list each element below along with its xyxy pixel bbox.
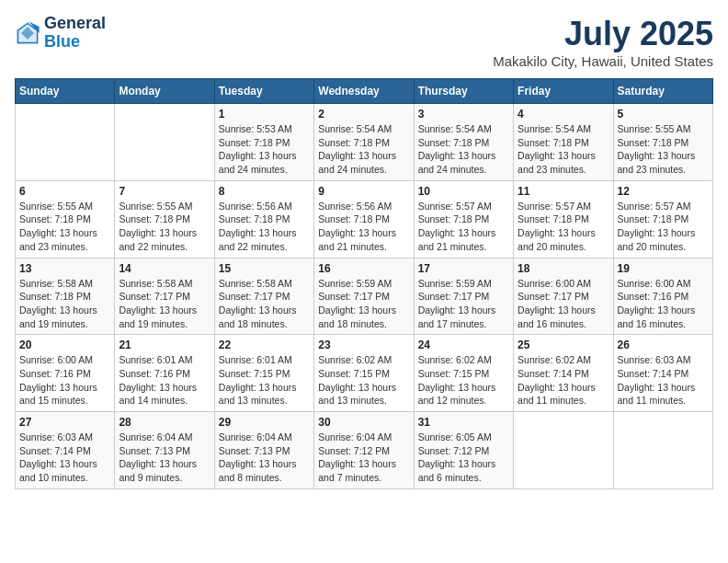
day-info: Sunrise: 6:03 AM Sunset: 7:14 PM Dayligh…	[19, 431, 110, 485]
week-row-2: 6Sunrise: 5:55 AM Sunset: 7:18 PM Daylig…	[16, 180, 713, 258]
day-info: Sunrise: 5:58 AM Sunset: 7:18 PM Dayligh…	[19, 277, 110, 331]
week-row-1: 1Sunrise: 5:53 AM Sunset: 7:18 PM Daylig…	[16, 104, 713, 181]
day-info: Sunrise: 5:53 AM Sunset: 7:18 PM Dayligh…	[219, 122, 310, 177]
day-number: 30	[318, 416, 409, 429]
day-number: 28	[119, 416, 210, 429]
day-number: 22	[219, 339, 310, 351]
day-info: Sunrise: 5:56 AM Sunset: 7:18 PM Dayligh…	[318, 200, 409, 254]
day-info: Sunrise: 5:58 AM Sunset: 7:17 PM Dayligh…	[219, 277, 310, 331]
day-info: Sunrise: 6:04 AM Sunset: 7:13 PM Dayligh…	[119, 431, 210, 485]
calendar-cell: 7Sunrise: 5:55 AM Sunset: 7:18 PM Daylig…	[115, 180, 214, 258]
day-number: 15	[219, 262, 310, 275]
calendar-cell: 12Sunrise: 5:57 AM Sunset: 7:18 PM Dayli…	[613, 180, 712, 258]
day-info: Sunrise: 5:57 AM Sunset: 7:18 PM Dayligh…	[618, 200, 709, 254]
day-info: Sunrise: 5:59 AM Sunset: 7:17 PM Dayligh…	[418, 277, 509, 331]
day-number: 6	[19, 185, 110, 198]
day-number: 5	[618, 108, 709, 121]
day-number: 3	[418, 108, 509, 121]
calendar-cell: 17Sunrise: 5:59 AM Sunset: 7:17 PM Dayli…	[414, 258, 513, 335]
weekday-header-friday: Friday	[514, 79, 613, 104]
calendar-cell: 30Sunrise: 6:04 AM Sunset: 7:12 PM Dayli…	[314, 412, 414, 489]
calendar-cell: 6Sunrise: 5:55 AM Sunset: 7:18 PM Daylig…	[16, 180, 115, 258]
weekday-header-sunday: Sunday	[16, 79, 115, 104]
calendar-cell	[514, 412, 613, 489]
day-number: 25	[518, 339, 609, 351]
day-number: 19	[618, 262, 709, 275]
day-number: 8	[219, 185, 310, 198]
calendar-cell: 18Sunrise: 6:00 AM Sunset: 7:17 PM Dayli…	[514, 258, 613, 335]
day-number: 26	[618, 339, 709, 351]
calendar-cell: 10Sunrise: 5:57 AM Sunset: 7:18 PM Dayli…	[414, 180, 513, 258]
day-info: Sunrise: 6:03 AM Sunset: 7:14 PM Dayligh…	[618, 353, 709, 408]
day-info: Sunrise: 5:55 AM Sunset: 7:18 PM Dayligh…	[119, 200, 210, 254]
day-info: Sunrise: 5:57 AM Sunset: 7:18 PM Dayligh…	[518, 200, 609, 254]
month-title: July 2025	[493, 15, 713, 53]
day-number: 31	[418, 416, 509, 429]
day-number: 23	[318, 339, 409, 351]
day-info: Sunrise: 5:59 AM Sunset: 7:17 PM Dayligh…	[318, 277, 409, 331]
day-number: 20	[19, 339, 110, 351]
calendar-cell: 28Sunrise: 6:04 AM Sunset: 7:13 PM Dayli…	[115, 412, 214, 489]
calendar-cell: 4Sunrise: 5:54 AM Sunset: 7:18 PM Daylig…	[514, 104, 613, 181]
day-number: 14	[119, 262, 210, 275]
day-info: Sunrise: 6:00 AM Sunset: 7:17 PM Dayligh…	[518, 277, 609, 331]
calendar-cell	[613, 412, 712, 489]
weekday-header-tuesday: Tuesday	[214, 79, 313, 104]
calendar-cell: 14Sunrise: 5:58 AM Sunset: 7:17 PM Dayli…	[115, 258, 214, 335]
day-info: Sunrise: 5:55 AM Sunset: 7:18 PM Dayligh…	[618, 122, 709, 177]
day-number: 18	[518, 262, 609, 275]
day-info: Sunrise: 6:00 AM Sunset: 7:16 PM Dayligh…	[618, 277, 709, 331]
calendar-cell: 8Sunrise: 5:56 AM Sunset: 7:18 PM Daylig…	[214, 180, 313, 258]
weekday-header-wednesday: Wednesday	[314, 79, 414, 104]
day-info: Sunrise: 6:02 AM Sunset: 7:15 PM Dayligh…	[418, 353, 509, 408]
weekday-header-row: SundayMondayTuesdayWednesdayThursdayFrid…	[16, 79, 713, 104]
calendar-cell: 25Sunrise: 6:02 AM Sunset: 7:14 PM Dayli…	[514, 335, 613, 412]
day-info: Sunrise: 6:00 AM Sunset: 7:16 PM Dayligh…	[19, 353, 110, 408]
day-number: 13	[19, 262, 110, 275]
day-info: Sunrise: 5:54 AM Sunset: 7:18 PM Dayligh…	[318, 122, 409, 177]
calendar-cell: 26Sunrise: 6:03 AM Sunset: 7:14 PM Dayli…	[613, 335, 712, 412]
day-number: 9	[318, 185, 409, 198]
day-number: 24	[418, 339, 509, 351]
day-info: Sunrise: 5:58 AM Sunset: 7:17 PM Dayligh…	[119, 277, 210, 331]
week-row-5: 27Sunrise: 6:03 AM Sunset: 7:14 PM Dayli…	[16, 412, 713, 489]
calendar-cell: 1Sunrise: 5:53 AM Sunset: 7:18 PM Daylig…	[214, 104, 313, 181]
calendar-cell: 19Sunrise: 6:00 AM Sunset: 7:16 PM Dayli…	[613, 258, 712, 335]
day-number: 7	[119, 185, 210, 198]
day-number: 10	[418, 185, 509, 198]
day-number: 2	[318, 108, 409, 121]
day-info: Sunrise: 5:57 AM Sunset: 7:18 PM Dayligh…	[418, 200, 509, 254]
day-info: Sunrise: 5:54 AM Sunset: 7:18 PM Dayligh…	[418, 122, 509, 177]
day-info: Sunrise: 6:02 AM Sunset: 7:14 PM Dayligh…	[518, 353, 609, 408]
logo-icon	[15, 20, 40, 46]
calendar-cell: 2Sunrise: 5:54 AM Sunset: 7:18 PM Daylig…	[314, 104, 414, 181]
day-info: Sunrise: 5:54 AM Sunset: 7:18 PM Dayligh…	[518, 122, 609, 177]
calendar-cell: 23Sunrise: 6:02 AM Sunset: 7:15 PM Dayli…	[314, 335, 414, 412]
day-number: 27	[19, 416, 110, 429]
weekday-header-thursday: Thursday	[414, 79, 513, 104]
calendar-cell: 11Sunrise: 5:57 AM Sunset: 7:18 PM Dayli…	[514, 180, 613, 258]
day-info: Sunrise: 6:04 AM Sunset: 7:12 PM Dayligh…	[318, 431, 409, 485]
day-info: Sunrise: 6:01 AM Sunset: 7:16 PM Dayligh…	[119, 353, 210, 408]
day-info: Sunrise: 5:56 AM Sunset: 7:18 PM Dayligh…	[219, 200, 310, 254]
week-row-4: 20Sunrise: 6:00 AM Sunset: 7:16 PM Dayli…	[16, 335, 713, 412]
calendar-cell: 31Sunrise: 6:05 AM Sunset: 7:12 PM Dayli…	[414, 412, 513, 489]
calendar-cell: 29Sunrise: 6:04 AM Sunset: 7:13 PM Dayli…	[214, 412, 313, 489]
calendar-cell: 16Sunrise: 5:59 AM Sunset: 7:17 PM Dayli…	[314, 258, 414, 335]
page-header: General Blue July 2025 Makakilo City, Ha…	[15, 15, 713, 69]
day-info: Sunrise: 6:04 AM Sunset: 7:13 PM Dayligh…	[219, 431, 310, 485]
day-info: Sunrise: 5:55 AM Sunset: 7:18 PM Dayligh…	[19, 200, 110, 254]
calendar-cell: 27Sunrise: 6:03 AM Sunset: 7:14 PM Dayli…	[16, 412, 115, 489]
calendar-cell: 9Sunrise: 5:56 AM Sunset: 7:18 PM Daylig…	[314, 180, 414, 258]
weekday-header-saturday: Saturday	[613, 79, 712, 104]
day-number: 11	[518, 185, 609, 198]
title-area: July 2025 Makakilo City, Hawaii, United …	[493, 15, 713, 69]
calendar-cell: 24Sunrise: 6:02 AM Sunset: 7:15 PM Dayli…	[414, 335, 513, 412]
calendar-cell: 5Sunrise: 5:55 AM Sunset: 7:18 PM Daylig…	[613, 104, 712, 181]
day-info: Sunrise: 6:01 AM Sunset: 7:15 PM Dayligh…	[219, 353, 310, 408]
calendar-cell: 21Sunrise: 6:01 AM Sunset: 7:16 PM Dayli…	[115, 335, 214, 412]
calendar-cell: 20Sunrise: 6:00 AM Sunset: 7:16 PM Dayli…	[16, 335, 115, 412]
day-info: Sunrise: 6:05 AM Sunset: 7:12 PM Dayligh…	[418, 431, 509, 485]
day-info: Sunrise: 6:02 AM Sunset: 7:15 PM Dayligh…	[318, 353, 409, 408]
day-number: 21	[119, 339, 210, 351]
